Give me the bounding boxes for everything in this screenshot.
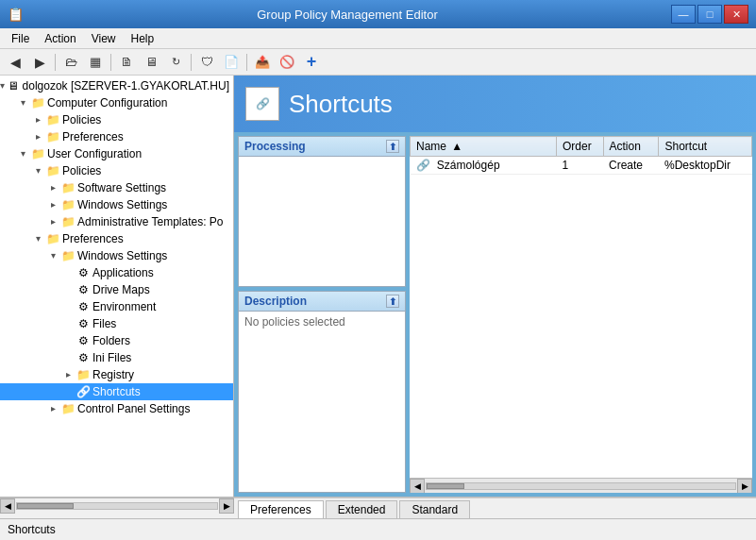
tree-item-windows-settings-pol[interactable]: ▸📁Windows Settings — [0, 196, 233, 213]
tree-item-registry[interactable]: ▸📁Registry — [0, 366, 233, 383]
tree-label-windows-settings-pol: Windows Settings — [77, 198, 167, 211]
tab-standard[interactable]: Standard — [399, 500, 470, 518]
close-button[interactable]: ✕ — [724, 5, 748, 24]
folder-icon: 📁 — [45, 112, 60, 127]
tree-item-preferences-cc[interactable]: ▸📁Preferences — [0, 128, 233, 145]
menu-action[interactable]: Action — [37, 28, 83, 48]
scroll-left-button[interactable]: ◀ — [410, 479, 425, 494]
col-shortcut[interactable]: Shortcut — [659, 137, 752, 157]
toolbar-add-button[interactable]: + — [300, 52, 323, 73]
toolbar-back-button[interactable]: ◀ — [4, 52, 26, 73]
left-panes: Processing ⬆ Description ⬆ No policies s… — [238, 136, 406, 493]
expander-registry[interactable]: ▸ — [60, 367, 76, 382]
description-pane-title: Description — [244, 295, 307, 308]
cell-order: 1 — [557, 157, 603, 175]
expander-preferences-uc[interactable]: ▾ — [30, 231, 45, 246]
tree-item-drive-maps[interactable]: ⚙Drive Maps — [0, 281, 233, 298]
toolbar-grid-button[interactable]: ▦ — [84, 52, 107, 73]
folder-icon: 📁 — [60, 248, 76, 263]
tree-item-environment[interactable]: ⚙Environment — [0, 298, 233, 315]
toolbar-monitor-button[interactable]: 🖥 — [140, 52, 162, 73]
minimize-button[interactable]: — — [671, 5, 696, 24]
expander-policies-uc[interactable]: ▾ — [30, 163, 45, 178]
toolbar-shield-button[interactable]: 🛡 — [195, 52, 218, 73]
tree-scroll-left-button[interactable]: ◀ — [0, 498, 15, 514]
no-policies-text: No policies selected — [244, 315, 345, 329]
toolbar-forward-button[interactable]: ▶ — [28, 52, 51, 73]
expander-windows-settings-pref[interactable]: ▾ — [45, 248, 60, 263]
tree-label-files: Files — [92, 317, 116, 330]
description-pane-header: Description ⬆ — [239, 292, 405, 312]
tab-preferences[interactable]: Preferences — [238, 500, 324, 518]
scroll-track[interactable] — [426, 482, 736, 490]
tree-label-shortcuts: Shortcuts — [92, 385, 141, 398]
col-name[interactable]: Name ▲ — [411, 137, 557, 157]
folder-icon: 📁 — [60, 197, 76, 212]
data-table: Name ▲ Order Action Shortc — [410, 136, 752, 175]
tree-label-environment: Environment — [92, 300, 156, 313]
tree-scroll-right-button[interactable]: ▶ — [219, 498, 234, 514]
toolbar-folder-button[interactable]: 🗁 — [59, 52, 82, 73]
gear-icon: ⚙ — [76, 299, 91, 314]
tree-item-control-panel[interactable]: ▸📁Control Panel Settings — [0, 400, 233, 417]
description-pane: Description ⬆ No policies selected — [238, 291, 406, 493]
expander-windows-settings-pol[interactable]: ▸ — [45, 197, 60, 212]
window-title: Group Policy Management Editor — [24, 8, 671, 22]
gear-icon: ⚙ — [76, 282, 91, 297]
expander-control-panel[interactable]: ▸ — [45, 401, 60, 416]
tree-item-admin-templates[interactable]: ▸📁Administrative Templates: Po — [0, 213, 233, 230]
tree-label-registry: Registry — [92, 368, 134, 381]
tree-item-files[interactable]: ⚙Files — [0, 315, 233, 332]
tree-item-server[interactable]: ▾🖥dolgozok [SZERVER-1.GYAKORLAT.HU] — [0, 77, 233, 94]
col-action[interactable]: Action — [603, 137, 659, 157]
folder-icon: 📁 — [60, 180, 76, 195]
scroll-right-button[interactable]: ▶ — [737, 479, 752, 494]
tree-item-applications[interactable]: ⚙Applications — [0, 264, 233, 281]
maximize-button[interactable]: □ — [697, 5, 722, 24]
toolbar-stop-button[interactable]: 🚫 — [276, 52, 298, 73]
expander-preferences-cc[interactable]: ▸ — [30, 129, 45, 144]
tree-panel[interactable]: ▾🖥dolgozok [SZERVER-1.GYAKORLAT.HU]▾📁Com… — [0, 76, 234, 497]
description-collapse-button[interactable]: ⬆ — [386, 295, 399, 308]
tree-item-ini-files[interactable]: ⚙Ini Files — [0, 349, 233, 366]
menu-help[interactable]: Help — [124, 28, 162, 48]
tree-item-windows-settings-pref[interactable]: ▾📁Windows Settings — [0, 247, 233, 264]
tree-item-policies-cc[interactable]: ▸📁Policies — [0, 111, 233, 128]
folder-icon: 📁 — [60, 214, 76, 229]
tree-label-ini-files: Ini Files — [92, 351, 131, 364]
status-text: Shortcuts — [8, 523, 56, 536]
menu-file[interactable]: File — [4, 28, 37, 48]
tree-label-preferences-uc: Preferences — [62, 232, 124, 245]
toolbar-doc2-button[interactable]: 📄 — [220, 52, 243, 73]
tab-extended[interactable]: Extended — [326, 500, 398, 518]
sort-arrow-name: ▲ — [451, 140, 462, 153]
tree-item-shortcuts[interactable]: 🔗Shortcuts — [0, 383, 233, 400]
shortcuts-header-icon: 🔗 — [245, 87, 279, 121]
expander-admin-templates[interactable]: ▸ — [45, 214, 60, 229]
table-wrapper[interactable]: Name ▲ Order Action Shortc — [410, 136, 752, 478]
tree-item-software-settings[interactable]: ▸📁Software Settings — [0, 179, 233, 196]
toolbar-refresh-button[interactable]: ↻ — [164, 52, 187, 73]
toolbar-separator-3 — [191, 54, 192, 71]
tree-label-software-settings: Software Settings — [77, 181, 166, 194]
tree-item-policies-uc[interactable]: ▾📁Policies — [0, 162, 233, 179]
table-header-row: Name ▲ Order Action Shortc — [411, 137, 752, 157]
toolbar-export-button[interactable]: 📤 — [251, 52, 274, 73]
processing-pane: Processing ⬆ — [238, 136, 406, 287]
toolbar-doc1-button[interactable]: 🗎 — [115, 52, 138, 73]
tree-item-computer-config[interactable]: ▾📁Computer Configuration — [0, 94, 233, 111]
tree-item-folders[interactable]: ⚙Folders — [0, 332, 233, 349]
expander-software-settings[interactable]: ▸ — [45, 180, 60, 195]
tree-item-preferences-uc[interactable]: ▾📁Preferences — [0, 230, 233, 247]
cell-name: 🔗 Számológép — [411, 157, 557, 175]
tree-label-applications: Applications — [92, 266, 154, 279]
tree-scroll-track[interactable] — [16, 502, 218, 510]
expander-user-config[interactable]: ▾ — [15, 146, 30, 161]
expander-policies-cc[interactable]: ▸ — [30, 112, 45, 127]
expander-computer-config[interactable]: ▾ — [15, 95, 30, 110]
menu-view[interactable]: View — [84, 28, 124, 48]
col-order[interactable]: Order — [557, 137, 603, 157]
tree-item-user-config[interactable]: ▾📁User Configuration — [0, 145, 233, 162]
table-row[interactable]: 🔗 Számológép 1 Create %DesktopDir — [411, 157, 752, 175]
processing-collapse-button[interactable]: ⬆ — [386, 140, 399, 153]
